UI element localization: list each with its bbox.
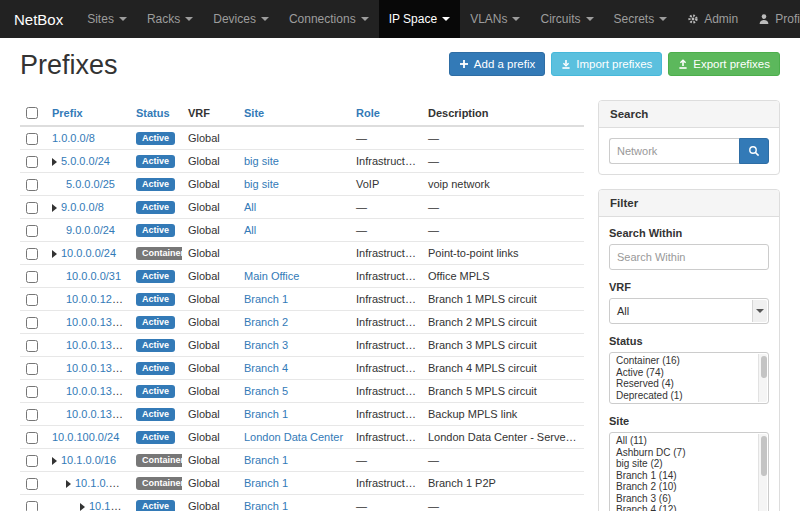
- filter-option[interactable]: Branch 4 (12): [610, 504, 756, 511]
- row-checkbox[interactable]: [26, 386, 38, 398]
- prefix-link[interactable]: 5.0.0.0/25: [66, 178, 115, 190]
- row-checkbox[interactable]: [26, 225, 38, 237]
- export-prefixes-button[interactable]: Export prefixes: [668, 52, 780, 76]
- prefix-link[interactable]: 10.0.100.0/24: [52, 431, 119, 443]
- row-checkbox[interactable]: [26, 478, 38, 490]
- site-link[interactable]: Branch 3: [244, 339, 288, 351]
- site-link[interactable]: big site: [244, 155, 279, 167]
- prefix-link[interactable]: 10.0.0.132/31: [66, 339, 130, 351]
- prefix-link[interactable]: 10.0.0.136/31: [66, 385, 130, 397]
- app-brand[interactable]: NetBox: [0, 0, 77, 38]
- column-header-site[interactable]: Site: [238, 100, 350, 126]
- nav-item-ip-space[interactable]: IP Space: [379, 0, 460, 38]
- checkbox-cell: [20, 288, 46, 311]
- search-button[interactable]: [739, 138, 769, 164]
- nav-item-circuits[interactable]: Circuits: [530, 0, 603, 38]
- prefix-link[interactable]: 10.0.0.128/31: [66, 293, 130, 305]
- caret-down-icon: [119, 17, 127, 21]
- row-checkbox[interactable]: [26, 340, 38, 352]
- filter-option[interactable]: big site (2): [610, 458, 756, 470]
- prefix-link[interactable]: 10.1.0.0/16: [61, 454, 116, 466]
- site-link[interactable]: Branch 1: [244, 477, 288, 489]
- scrollbar[interactable]: [758, 434, 767, 511]
- row-checkbox[interactable]: [26, 363, 38, 375]
- scrollbar[interactable]: [758, 354, 767, 402]
- prefix-link[interactable]: 1.0.0.0/8: [52, 132, 95, 144]
- nav-profile[interactable]: Profile: [748, 0, 800, 38]
- select-dropdown-strip[interactable]: [752, 300, 767, 322]
- filter-option[interactable]: Container (16): [610, 355, 756, 367]
- row-checkbox[interactable]: [26, 317, 38, 329]
- site-link[interactable]: Branch 4: [244, 362, 288, 374]
- filter-option[interactable]: Active (74): [610, 367, 756, 379]
- caret-right-icon[interactable]: [80, 503, 85, 511]
- prefix-link[interactable]: 10.0.0.130/31: [66, 316, 130, 328]
- add-prefix-button[interactable]: Add a prefix: [449, 52, 545, 76]
- site-link[interactable]: London Data Center: [244, 431, 343, 443]
- prefix-link[interactable]: 9.0.0.0/24: [66, 224, 115, 236]
- row-checkbox[interactable]: [26, 156, 38, 168]
- row-checkbox[interactable]: [26, 202, 38, 214]
- filter-option[interactable]: Deprecated (1): [610, 390, 756, 402]
- status-cell: Active: [130, 173, 182, 196]
- scrollbar-thumb[interactable]: [761, 436, 767, 476]
- nav-item-devices[interactable]: Devices: [203, 0, 279, 38]
- site-link[interactable]: Main Office: [244, 270, 299, 282]
- nav-item-racks[interactable]: Racks: [137, 0, 203, 38]
- filter-input-search-within[interactable]: [609, 244, 769, 270]
- caret-right-icon[interactable]: [66, 480, 71, 488]
- site-link[interactable]: Branch 1: [244, 454, 288, 466]
- row-checkbox[interactable]: [26, 179, 38, 191]
- site-link[interactable]: Branch 1: [244, 408, 288, 420]
- page-title: Prefixes: [20, 50, 118, 81]
- row-checkbox[interactable]: [26, 271, 38, 283]
- row-checkbox[interactable]: [26, 409, 38, 421]
- prefix-link[interactable]: 10.0.0.0/24: [61, 247, 116, 259]
- row-checkbox[interactable]: [26, 248, 38, 260]
- prefix-link[interactable]: 10.1.0.0/25: [89, 500, 130, 511]
- prefix-link[interactable]: 5.0.0.0/24: [61, 155, 110, 167]
- site-link[interactable]: Branch 1: [244, 500, 288, 511]
- prefix-link[interactable]: 9.0.0.0/8: [61, 201, 104, 213]
- site-link[interactable]: Branch 5: [244, 385, 288, 397]
- nav-item-sites[interactable]: Sites: [77, 0, 137, 38]
- filter-select-vrf[interactable]: All: [609, 298, 769, 324]
- column-header-status[interactable]: Status: [130, 100, 182, 126]
- site-link[interactable]: big site: [244, 178, 279, 190]
- nav-item-connections[interactable]: Connections: [279, 0, 379, 38]
- prefix-link[interactable]: 10.0.0.134/31: [66, 362, 130, 374]
- nav-item-secrets[interactable]: Secrets: [604, 0, 678, 38]
- caret-right-icon[interactable]: [52, 204, 57, 212]
- filter-option[interactable]: Branch 2 (10): [610, 481, 756, 493]
- prefix-link[interactable]: 10.0.0.0/31: [66, 270, 121, 282]
- select-all-checkbox[interactable]: [26, 107, 38, 119]
- caret-right-icon[interactable]: [52, 457, 57, 465]
- filter-option[interactable]: Branch 3 (6): [610, 493, 756, 505]
- caret-right-icon[interactable]: [52, 158, 57, 166]
- column-header-role[interactable]: Role: [350, 100, 422, 126]
- sidebar: Search Filter Search WithinVRFAllStatusC…: [598, 100, 780, 511]
- filter-option[interactable]: Branch 1 (14): [610, 470, 756, 482]
- filter-option[interactable]: Reserved (4): [610, 378, 756, 390]
- site-link[interactable]: Branch 1: [244, 293, 288, 305]
- row-checkbox[interactable]: [26, 133, 38, 145]
- search-input[interactable]: [609, 138, 739, 164]
- filter-option[interactable]: All (11): [610, 435, 756, 447]
- prefix-link[interactable]: 10.0.0.138/31: [66, 408, 130, 420]
- row-checkbox[interactable]: [26, 294, 38, 306]
- prefix-link[interactable]: 10.1.0.0/24: [75, 477, 130, 489]
- row-checkbox[interactable]: [26, 455, 38, 467]
- site-link[interactable]: All: [244, 201, 256, 213]
- row-checkbox[interactable]: [26, 501, 38, 511]
- site-link[interactable]: All: [244, 224, 256, 236]
- filter-option[interactable]: Ashburn DC (7): [610, 447, 756, 459]
- site-link[interactable]: Branch 2: [244, 316, 288, 328]
- nav-admin[interactable]: Admin: [677, 0, 748, 38]
- column-header-prefix[interactable]: Prefix: [46, 100, 130, 126]
- caret-right-icon[interactable]: [52, 250, 57, 258]
- scrollbar-thumb[interactable]: [761, 356, 767, 378]
- nav-item-vlans[interactable]: VLANs: [460, 0, 530, 38]
- description-cell: Backup MPLS link: [422, 403, 584, 426]
- row-checkbox[interactable]: [26, 432, 38, 444]
- import-prefixes-button[interactable]: Import prefixes: [551, 52, 662, 76]
